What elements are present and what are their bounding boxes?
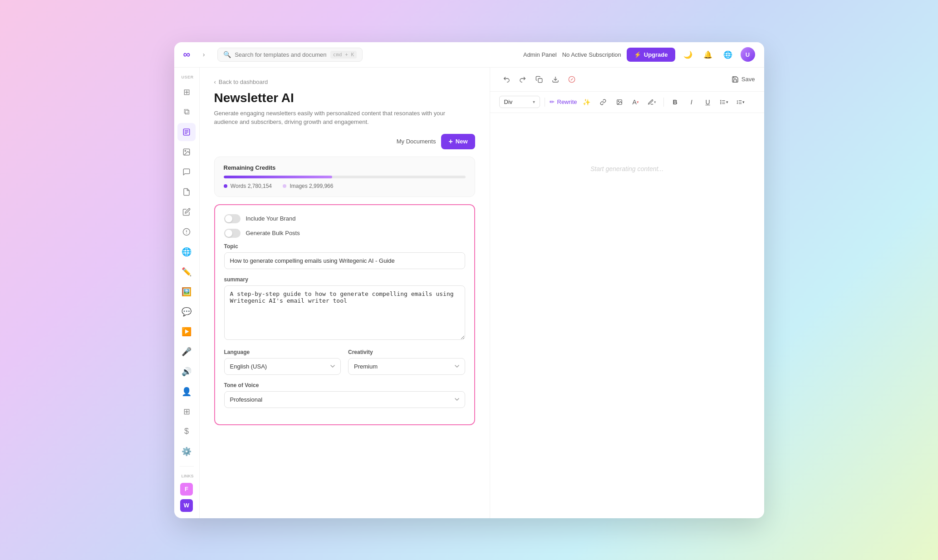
generate-bulk-toggle[interactable] — [224, 229, 241, 238]
admin-panel-button[interactable]: Admin Panel — [523, 51, 557, 58]
editor-body[interactable]: Start generating content... — [490, 113, 764, 518]
sparkle-button[interactable]: ✨ — [580, 95, 594, 109]
content-area: ‹ Back to dashboard Newsletter AI Genera… — [200, 68, 764, 518]
page-title: Newsletter AI — [214, 91, 475, 105]
credits-bar-fill — [224, 176, 333, 178]
separator-2 — [663, 98, 664, 107]
sidebar-item-magic[interactable] — [177, 223, 196, 241]
creativity-select[interactable]: Premium High Medium Low — [348, 358, 465, 375]
separator-1 — [545, 98, 545, 107]
font-color-button[interactable]: A▾ — [629, 95, 643, 109]
sidebar-item-doc[interactable] — [177, 123, 196, 141]
logo-icon: ∞ — [183, 49, 191, 60]
doc-actions: My Documents + New — [200, 134, 490, 157]
my-documents-button[interactable]: My Documents — [397, 138, 436, 145]
links-section-label: LINKS — [174, 472, 199, 480]
image-insert-button[interactable] — [613, 95, 626, 109]
sidebar-link-f[interactable]: F — [180, 483, 193, 496]
topbar: ∞ › 🔍 cmd + K Admin Panel No Active Subs… — [174, 42, 764, 68]
notifications-button[interactable]: 🔔 — [701, 47, 715, 62]
language-label: Language — [224, 349, 341, 355]
generate-bulk-label: Generate Bulk Posts — [246, 230, 300, 236]
save-button[interactable]: Save — [732, 76, 755, 83]
duplicate-button[interactable] — [532, 72, 546, 87]
topbar-right: Admin Panel No Active Subscription ⚡ Upg… — [523, 47, 755, 62]
topic-input[interactable] — [224, 252, 465, 269]
new-document-button[interactable]: + New — [441, 134, 475, 149]
svg-point-14 — [721, 102, 721, 102]
sidebar-link-w[interactable]: W — [180, 499, 193, 512]
sidebar-item-copy[interactable]: ⧉ — [177, 103, 196, 121]
sidebar-item-pen[interactable]: ✏️ — [177, 263, 196, 281]
editor-format-bar: Div ▾ ✏ Rewrite ✨ — [490, 92, 764, 113]
search-shortcut: cmd + K — [330, 51, 357, 59]
sidebar-item-globe[interactable]: 🌐 — [177, 243, 196, 261]
include-brand-row: Include Your Brand — [224, 214, 465, 223]
creativity-col: Creativity Premium High Medium Low — [348, 349, 465, 375]
ordered-list-button[interactable]: ▾ — [734, 95, 747, 109]
svg-rect-4 — [538, 79, 542, 83]
sidebar-item-chat[interactable] — [177, 163, 196, 181]
rewrite-button[interactable]: ✏ Rewrite — [550, 98, 577, 105]
highlight-button[interactable]: ▾ — [645, 95, 659, 109]
user-avatar[interactable]: U — [741, 47, 755, 62]
search-input[interactable] — [235, 51, 327, 58]
back-icon: ‹ — [214, 79, 216, 85]
sidebar-item-video[interactable]: ▶️ — [177, 323, 196, 341]
link-button[interactable] — [596, 95, 610, 109]
credits-details: Words 2,780,154 Images 2,999,966 — [224, 183, 466, 189]
stop-button[interactable] — [565, 72, 579, 87]
svg-point-15 — [721, 103, 721, 103]
undo-button[interactable] — [499, 72, 514, 87]
redo-button[interactable] — [516, 72, 530, 87]
underline-button[interactable]: U — [701, 95, 715, 109]
dark-mode-toggle[interactable]: 🌙 — [681, 47, 695, 62]
tone-select[interactable]: Professional Casual Friendly Formal Humo… — [224, 391, 465, 408]
sidebar-item-image2[interactable]: 🖼️ — [177, 283, 196, 301]
chevron-down-icon: ▾ — [533, 99, 535, 104]
sidebar-item-audio[interactable]: 🔊 — [177, 363, 196, 381]
editor-toolbar: Save — [490, 68, 764, 92]
summary-label: summary — [224, 276, 465, 283]
sidebar-item-user[interactable]: 👤 — [177, 383, 196, 401]
right-panel: Save Div ▾ ✏ Rewrite ✨ — [490, 68, 764, 518]
sidebar-item-dollar[interactable]: $ — [177, 422, 196, 441]
summary-textarea[interactable]: A step-by-step guide to how to generate … — [224, 285, 465, 340]
language-select[interactable]: English (USA) English (UK) Spanish Frenc… — [224, 358, 341, 375]
app-window: ∞ › 🔍 cmd + K Admin Panel No Active Subs… — [174, 42, 764, 518]
back-to-dashboard-button[interactable]: ‹ Back to dashboard — [214, 79, 268, 85]
bold-button[interactable]: B — [668, 95, 682, 109]
upgrade-button[interactable]: ⚡ Upgrade — [627, 48, 675, 62]
sidebar-item-mic[interactable]: 🎤 — [177, 343, 196, 361]
svg-point-2 — [185, 150, 186, 151]
sidebar-item-image[interactable] — [177, 143, 196, 161]
language-creativity-row: Language English (USA) English (UK) Span… — [224, 349, 465, 375]
topic-section: Topic — [224, 243, 465, 269]
italic-button[interactable]: I — [685, 95, 698, 109]
tone-section: Tone of Voice Professional Casual Friend… — [224, 382, 465, 408]
credits-title: Remaining Credits — [224, 164, 466, 171]
left-panel: ‹ Back to dashboard Newsletter AI Genera… — [200, 68, 490, 518]
include-brand-toggle[interactable] — [224, 214, 241, 223]
search-icon: 🔍 — [223, 51, 231, 58]
tone-label: Tone of Voice — [224, 382, 465, 388]
pencil-icon: ✏ — [550, 98, 555, 105]
generate-bulk-row: Generate Bulk Posts — [224, 229, 465, 238]
sidebar-item-edit[interactable] — [177, 203, 196, 221]
language-button[interactable]: 🌐 — [721, 47, 735, 62]
sidebar-item-settings[interactable]: ⚙️ — [177, 442, 196, 461]
sidebar-item-grid[interactable]: ⊞ — [177, 83, 196, 101]
plus-icon: + — [448, 138, 452, 146]
sidebar-item-msg[interactable]: 💬 — [177, 303, 196, 321]
download-button[interactable] — [548, 72, 563, 87]
block-type-selector[interactable]: Div ▾ — [499, 96, 540, 108]
nav-toggle-button[interactable]: › — [197, 48, 210, 61]
sidebar-divider — [180, 466, 194, 467]
search-bar[interactable]: 🔍 cmd + K — [217, 48, 363, 62]
svg-point-9 — [618, 101, 619, 102]
toolbar-right: Save — [732, 76, 755, 83]
bullet-list-button[interactable]: ▾ — [717, 95, 731, 109]
form-panel: Include Your Brand Generate Bulk Posts T… — [214, 204, 475, 425]
sidebar-item-table[interactable]: ⊞ — [177, 403, 196, 421]
sidebar-item-file[interactable] — [177, 183, 196, 201]
